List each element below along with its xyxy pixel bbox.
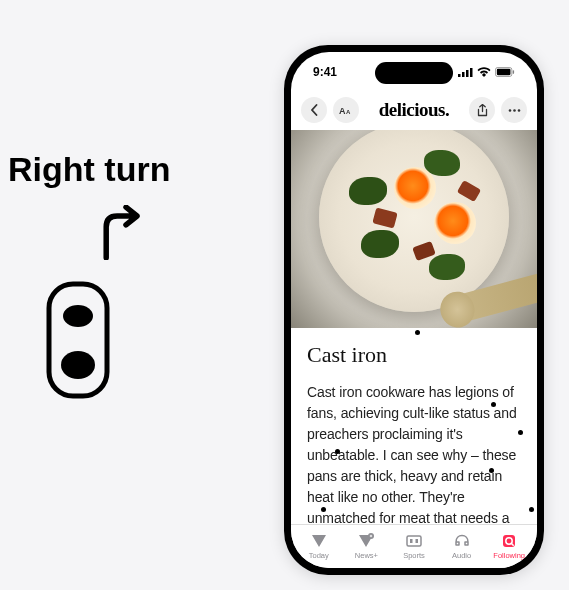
svg-rect-17 [410,539,413,543]
svg-point-14 [517,109,520,112]
svg-rect-18 [415,539,418,543]
tab-audio[interactable]: Audio [438,532,486,560]
svg-point-1 [63,305,93,327]
focus-dot [321,507,326,512]
wifi-icon [477,67,491,77]
focus-dot [491,402,496,407]
tab-label: Today [309,551,329,560]
share-icon [477,104,488,117]
car-top-view-icon [43,280,113,400]
article-hero-image [291,130,537,328]
audio-icon [453,532,471,550]
focus-dot [518,430,523,435]
phone-screen: 9:41 AA delicious. [291,52,537,568]
newsplus-icon [357,532,375,550]
tab-label: News+ [355,551,378,560]
svg-rect-3 [458,74,461,77]
tab-following[interactable]: Following [485,532,533,560]
svg-rect-9 [513,70,514,74]
dynamic-island [375,62,453,84]
svg-rect-8 [497,69,511,75]
back-button[interactable] [301,97,327,123]
today-icon [310,532,328,550]
article-body: Cast iron Cast iron cookware has legions… [291,328,537,524]
following-icon [500,532,518,550]
iphone-mockup: 9:41 AA delicious. [284,45,544,575]
chevron-left-icon [310,104,318,116]
svg-point-12 [508,109,511,112]
text-size-icon: AA [339,105,353,116]
voiceover-nav-hint: Right turn [8,150,208,207]
focus-dot [529,507,534,512]
nav-hint-label: Right turn [8,150,208,189]
tab-label: Audio [452,551,471,560]
focus-dot [335,449,340,454]
article-content[interactable]: Cast iron Cast iron cookware has legions… [291,130,537,524]
article-nav-bar: AA delicious. [291,92,537,128]
article-heading: Cast iron [307,342,521,368]
svg-rect-0 [49,284,107,396]
more-button[interactable] [501,97,527,123]
svg-text:A: A [346,109,351,115]
tab-label: Sports [403,551,425,560]
svg-rect-16 [407,536,421,546]
tab-bar: Today News+ Sports Audio [291,524,537,568]
svg-point-2 [61,351,95,379]
signal-icon [458,67,473,77]
svg-rect-6 [470,68,473,77]
focus-dot [415,330,420,335]
focus-dot [489,468,494,473]
sports-icon [405,532,423,550]
tab-sports[interactable]: Sports [390,532,438,560]
svg-rect-5 [466,70,469,77]
status-indicators [458,67,515,77]
status-time: 9:41 [313,65,337,79]
more-icon [508,109,521,112]
tab-newsplus[interactable]: News+ [343,532,391,560]
battery-icon [495,67,515,77]
publication-title: delicious. [365,99,463,121]
tab-label: Following [493,551,525,560]
text-size-button[interactable]: AA [333,97,359,123]
share-button[interactable] [469,97,495,123]
svg-point-13 [513,109,516,112]
tab-today[interactable]: Today [295,532,343,560]
svg-text:A: A [339,106,346,116]
svg-rect-4 [462,72,465,77]
right-turn-arrow-icon [93,205,148,260]
